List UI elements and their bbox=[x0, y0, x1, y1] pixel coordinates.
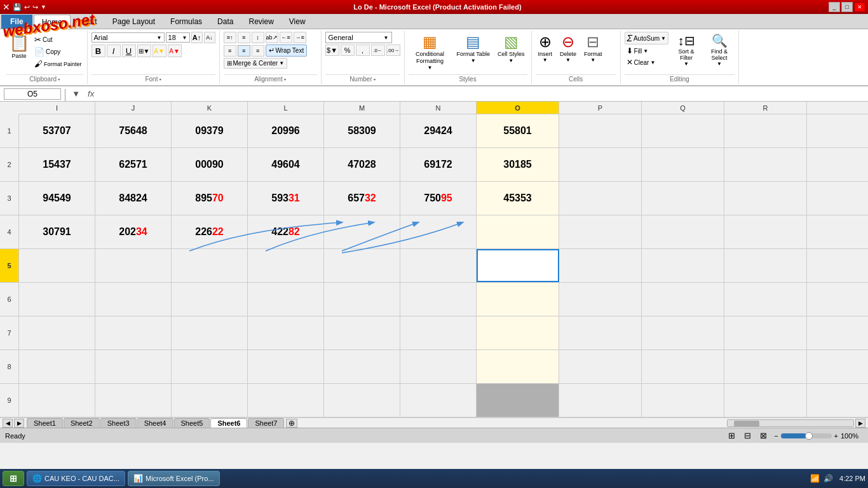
tab-review[interactable]: Review bbox=[241, 15, 281, 29]
save-quick-btn[interactable]: 💾 bbox=[13, 3, 22, 11]
wrap-text-btn[interactable]: ↵ Wrap Text bbox=[266, 44, 308, 57]
currency-btn[interactable]: $▼ bbox=[325, 44, 339, 56]
cell-Q9[interactable] bbox=[642, 384, 724, 417]
number-expand-icon[interactable]: ▪ bbox=[374, 76, 376, 83]
col-header-O[interactable]: O bbox=[477, 102, 559, 114]
restore-btn[interactable]: □ bbox=[841, 2, 853, 12]
cell-K8[interactable] bbox=[172, 350, 248, 383]
cell-Q3[interactable] bbox=[642, 182, 724, 215]
expand-formula-btn[interactable]: ▼ bbox=[69, 89, 83, 98]
col-header-P[interactable]: P bbox=[559, 102, 642, 114]
sheet-tab-sheet3[interactable]: Sheet3 bbox=[100, 418, 137, 428]
cell-L5[interactable] bbox=[248, 249, 324, 282]
sort-filter-btn[interactable]: ↕⊟ Sort & Filter ▼ bbox=[671, 32, 702, 68]
zoom-thumb[interactable] bbox=[805, 432, 813, 440]
bold-btn[interactable]: B bbox=[92, 44, 105, 57]
cell-L9[interactable] bbox=[248, 384, 324, 417]
insert-sheet-btn[interactable]: ⊕ bbox=[286, 419, 297, 428]
tab-page-layout[interactable]: Page Layout bbox=[105, 15, 163, 29]
cell-O5[interactable] bbox=[477, 249, 559, 282]
decrease-font-btn[interactable]: A↓ bbox=[204, 32, 215, 43]
cell-Q1[interactable] bbox=[642, 114, 724, 147]
cell-I4[interactable]: 30791 bbox=[19, 215, 95, 248]
paste-btn[interactable]: 📋 Paste bbox=[6, 32, 32, 60]
increase-decimal-btn[interactable]: .00→ bbox=[386, 44, 400, 56]
cell-Q6[interactable] bbox=[642, 283, 724, 316]
cell-R7[interactable] bbox=[724, 316, 807, 349]
cell-R5[interactable] bbox=[724, 249, 807, 282]
cell-O4[interactable] bbox=[477, 215, 559, 248]
percent-btn[interactable]: % bbox=[341, 44, 355, 56]
cell-M2[interactable]: 47028 bbox=[324, 148, 400, 181]
tab-home[interactable]: Home bbox=[34, 15, 71, 29]
cell-L8[interactable] bbox=[248, 350, 324, 383]
cell-M1[interactable]: 58309 bbox=[324, 114, 400, 147]
cell-R1[interactable] bbox=[724, 114, 807, 147]
cell-I3[interactable]: 94549 bbox=[19, 182, 95, 215]
sheet-tab-sheet1[interactable]: Sheet1 bbox=[27, 418, 63, 428]
cell-K9[interactable] bbox=[172, 384, 248, 417]
scroll-right-btn[interactable]: ▶ bbox=[14, 419, 24, 428]
customize-quick-btn[interactable]: ▼ bbox=[41, 4, 46, 10]
indent-decrease-btn[interactable]: ←≡ bbox=[280, 32, 292, 43]
font-size-selector[interactable]: 18 ▼ bbox=[166, 32, 190, 43]
taskbar-btn-caokeo[interactable]: 🌐 CAU KEO - CAU DAC... bbox=[27, 471, 125, 486]
cell-J2[interactable]: 62571 bbox=[95, 148, 172, 181]
cell-L6[interactable] bbox=[248, 283, 324, 316]
cell-J9[interactable] bbox=[95, 384, 172, 417]
cell-O1[interactable]: 55801 bbox=[477, 114, 559, 147]
volume-icon[interactable]: 🔊 bbox=[824, 474, 833, 483]
cell-L4[interactable]: 42282 bbox=[248, 215, 324, 248]
cell-N1[interactable]: 29424 bbox=[400, 114, 477, 147]
cell-O6[interactable] bbox=[477, 283, 559, 316]
cell-K7[interactable] bbox=[172, 316, 248, 349]
font-expand-icon[interactable]: ▪ bbox=[159, 76, 161, 83]
align-right-btn[interactable]: ≡ bbox=[252, 45, 264, 57]
fill-btn[interactable]: ⬇ Fill ▼ bbox=[625, 46, 668, 56]
cell-J3[interactable]: 84824 bbox=[95, 182, 172, 215]
cell-Q4[interactable] bbox=[642, 215, 724, 248]
cell-O3[interactable]: 45353 bbox=[477, 182, 559, 215]
cell-M8[interactable] bbox=[324, 350, 400, 383]
cell-P4[interactable] bbox=[559, 215, 642, 248]
cell-N3[interactable]: 75095 bbox=[400, 182, 477, 215]
indent-increase-btn[interactable]: →≡ bbox=[294, 32, 306, 43]
scroll-left-btn[interactable]: ◀ bbox=[3, 419, 13, 428]
normal-view-btn[interactable]: ⊞ bbox=[726, 431, 737, 440]
cell-K6[interactable] bbox=[172, 283, 248, 316]
cell-J4[interactable]: 20234 bbox=[95, 215, 172, 248]
cell-R9[interactable] bbox=[724, 384, 807, 417]
sheet-tab-sheet5[interactable]: Sheet5 bbox=[174, 418, 210, 428]
alignment-expand-icon[interactable]: ▪ bbox=[284, 76, 286, 83]
cell-Q7[interactable] bbox=[642, 316, 724, 349]
tab-formulas[interactable]: Formulas bbox=[163, 15, 210, 29]
sheet-tab-sheet2[interactable]: Sheet2 bbox=[64, 418, 100, 428]
zoom-out-btn[interactable]: − bbox=[774, 432, 778, 440]
cell-P3[interactable] bbox=[559, 182, 642, 215]
cell-J5[interactable] bbox=[95, 249, 172, 282]
insert-cells-btn[interactable]: ⊕ Insert ▼ bbox=[536, 32, 555, 64]
clock[interactable]: 4:22 PM bbox=[837, 475, 865, 482]
cell-styles-btn[interactable]: ▧ Cell Styles ▼ bbox=[495, 32, 527, 65]
clear-btn[interactable]: ✕ Clear ▼ bbox=[625, 57, 668, 67]
cell-M9[interactable] bbox=[324, 384, 400, 417]
name-box[interactable] bbox=[4, 88, 61, 100]
cell-R2[interactable] bbox=[724, 148, 807, 181]
cell-R4[interactable] bbox=[724, 215, 807, 248]
cell-P1[interactable] bbox=[559, 114, 642, 147]
cell-Q8[interactable] bbox=[642, 350, 724, 383]
cell-K5[interactable] bbox=[172, 249, 248, 282]
cell-I9[interactable] bbox=[19, 384, 95, 417]
format-cells-btn[interactable]: ⊟ Format ▼ bbox=[581, 32, 605, 64]
align-top-center-btn[interactable]: ≡ bbox=[238, 32, 250, 43]
zoom-slider[interactable] bbox=[781, 433, 832, 438]
cell-L2[interactable]: 49604 bbox=[248, 148, 324, 181]
cell-P7[interactable] bbox=[559, 316, 642, 349]
cell-O9[interactable] bbox=[477, 384, 559, 417]
cell-I5[interactable] bbox=[19, 249, 95, 282]
h-scroll-track[interactable] bbox=[727, 419, 854, 427]
scroll-right-end-btn[interactable]: ▶ bbox=[855, 419, 865, 428]
cell-I7[interactable] bbox=[19, 316, 95, 349]
cell-J1[interactable]: 75648 bbox=[95, 114, 172, 147]
col-header-Q[interactable]: Q bbox=[642, 102, 724, 114]
